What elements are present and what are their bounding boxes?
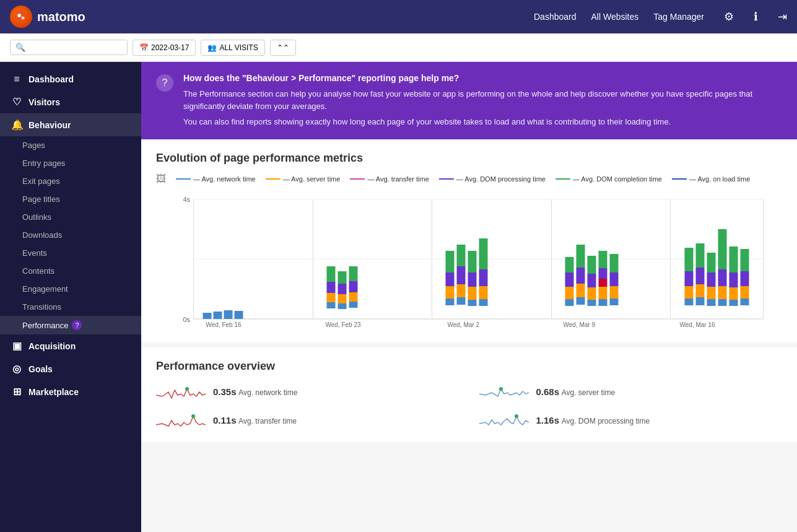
sidebar-dashboard-label: Dashboard	[28, 74, 74, 84]
logo-text: matomo	[37, 10, 85, 24]
svg-rect-44	[468, 287, 477, 300]
sidebar-item-page-titles[interactable]: Page titles	[0, 190, 141, 208]
svg-rect-93	[741, 286, 749, 299]
svg-rect-65	[599, 279, 608, 287]
nav-tag-manager[interactable]: Tag Manager	[653, 12, 704, 22]
logo[interactable]: matomo	[10, 6, 85, 28]
sidebar-item-outlinks[interactable]: Outlinks	[0, 208, 141, 226]
help-description: The Performance section can help you ana…	[183, 88, 782, 128]
perf-server-value: 0.68s	[536, 386, 560, 397]
sidebar-item-transitions[interactable]: Transitions	[0, 298, 141, 316]
chart-title: Evolution of page performance metrics	[156, 152, 782, 165]
sidebar-behaviour-label: Behaviour	[28, 120, 71, 130]
svg-rect-64	[599, 287, 608, 299]
dashboard-icon: ≡	[11, 74, 22, 85]
perf-network-info: 0.35s Avg. network time	[213, 386, 297, 397]
perf-transfer-value: 0.11s	[213, 415, 237, 425]
perf-dom-info: 1.16s Avg. DOM processing time	[536, 415, 650, 425]
svg-point-0	[15, 11, 27, 23]
sidebar-item-visitors[interactable]: ♡ Visitors	[0, 90, 141, 113]
sidebar-item-contents[interactable]: Contents	[0, 262, 141, 280]
date-picker-button[interactable]: 📅 2022-03-17	[133, 40, 196, 56]
topnav-links: Dashboard All Websites Tag Manager ⚙ ℹ ⇥	[534, 10, 787, 24]
svg-point-99	[515, 414, 518, 418]
expand-button[interactable]: ⌃⌃	[270, 40, 296, 56]
help-para-1: The Performance section can help you ana…	[183, 88, 782, 112]
settings-icon[interactable]: ⚙	[724, 10, 734, 24]
sidebar-acquisition-label: Acquisition	[28, 341, 76, 351]
sidebar-item-downloads[interactable]: Downloads	[0, 226, 141, 244]
svg-rect-54	[565, 257, 574, 273]
svg-point-96	[185, 387, 189, 391]
svg-rect-82	[707, 273, 716, 287]
info-icon[interactable]: ℹ	[754, 10, 758, 24]
svg-rect-92	[741, 299, 749, 305]
svg-point-2	[22, 17, 25, 20]
bar-group-1	[203, 310, 243, 319]
sparkline-transfer	[156, 411, 206, 430]
svg-rect-45	[468, 273, 477, 287]
svg-rect-91	[729, 246, 738, 273]
svg-rect-59	[588, 300, 596, 306]
svg-text:Wed, Mar 2: Wed, Mar 2	[448, 321, 480, 328]
svg-rect-94	[741, 271, 749, 286]
svg-rect-71	[610, 254, 619, 273]
search-box[interactable]: 🔍	[10, 40, 128, 55]
performance-overview-section: Performance overview 0.35s Avg. network …	[141, 347, 797, 442]
sparkline-server	[479, 383, 529, 401]
svg-text:Wed, Mar 9: Wed, Mar 9	[564, 321, 596, 328]
logout-icon[interactable]: ⇥	[778, 10, 787, 24]
svg-rect-90	[729, 273, 738, 287]
sidebar-item-acquisition[interactable]: ▣ Acquisition	[0, 334, 141, 357]
legend-dom-completion-label: — Avg. DOM completion time	[573, 175, 662, 183]
sidebar-item-performance[interactable]: Performance ?	[0, 316, 141, 334]
sidebar-item-pages[interactable]: Pages	[0, 136, 141, 154]
performance-help-icon[interactable]: ?	[72, 320, 82, 330]
legend-server-label: — Avg. server time	[283, 175, 341, 183]
sidebar-item-engagement[interactable]: Engagement	[0, 280, 141, 298]
search-input[interactable]	[28, 43, 122, 52]
svg-rect-68	[610, 299, 619, 305]
sidebar: ≡ Dashboard ♡ Visitors 🔔 Behaviour Pages…	[0, 62, 141, 532]
sidebar-item-events[interactable]: Events	[0, 244, 141, 262]
help-para-2: You can also find reports showing exactl…	[183, 116, 782, 128]
svg-rect-42	[457, 245, 466, 266]
legend-server: — Avg. server time	[266, 175, 341, 183]
legend-network: — Avg. network time	[176, 175, 256, 183]
svg-rect-32	[349, 292, 358, 302]
svg-rect-23	[327, 302, 336, 308]
perf-transfer-label: Avg. transfer time	[238, 417, 297, 425]
main-layout: ≡ Dashboard ♡ Visitors 🔔 Behaviour Pages…	[0, 62, 797, 532]
nav-all-websites[interactable]: All Websites	[591, 12, 639, 22]
sidebar-item-behaviour[interactable]: 🔔 Behaviour	[0, 113, 141, 136]
perf-grid: 0.35s Avg. network time 0.68s Avg. serve…	[156, 383, 782, 430]
perf-dom-value: 1.16s	[536, 415, 560, 425]
nav-dashboard[interactable]: Dashboard	[534, 12, 577, 22]
svg-text:4s: 4s	[183, 196, 191, 203]
sidebar-item-marketplace[interactable]: ⊞ Marketplace	[0, 380, 141, 403]
svg-text:0s: 0s	[183, 316, 191, 323]
svg-text:Wed, Feb 16: Wed, Feb 16	[206, 321, 242, 328]
toolbar: 🔍 📅 2022-03-17 👥 ALL VISITS ⌃⌃	[0, 33, 797, 62]
sidebar-item-dashboard[interactable]: ≡ Dashboard	[0, 68, 141, 90]
bar-chart: 4s 0s Wed, Feb 16 Wed, Feb 23	[156, 192, 782, 328]
svg-rect-80	[707, 299, 716, 306]
sidebar-visitors-label: Visitors	[28, 97, 60, 107]
svg-rect-24	[327, 293, 336, 302]
visits-filter-button[interactable]: 👥 ALL VISITS	[201, 40, 264, 56]
svg-rect-43	[468, 300, 477, 306]
sidebar-item-entry-pages[interactable]: Entry pages	[0, 154, 141, 172]
sidebar-marketplace-label: Marketplace	[28, 387, 79, 397]
svg-rect-57	[577, 268, 585, 284]
sidebar-item-goals[interactable]: ◎ Goals	[0, 357, 141, 380]
behaviour-icon: 🔔	[11, 119, 22, 131]
sidebar-item-exit-pages[interactable]: Exit pages	[0, 172, 141, 190]
svg-rect-74	[685, 271, 694, 286]
svg-rect-51	[565, 299, 574, 306]
bar-group-5	[685, 229, 749, 306]
svg-rect-75	[685, 248, 694, 271]
svg-rect-76	[696, 297, 705, 305]
svg-rect-29	[338, 284, 347, 294]
legend-dom-processing: — Avg. DOM processing time	[439, 175, 546, 183]
top-navigation: matomo Dashboard All Websites Tag Manage…	[0, 0, 797, 33]
